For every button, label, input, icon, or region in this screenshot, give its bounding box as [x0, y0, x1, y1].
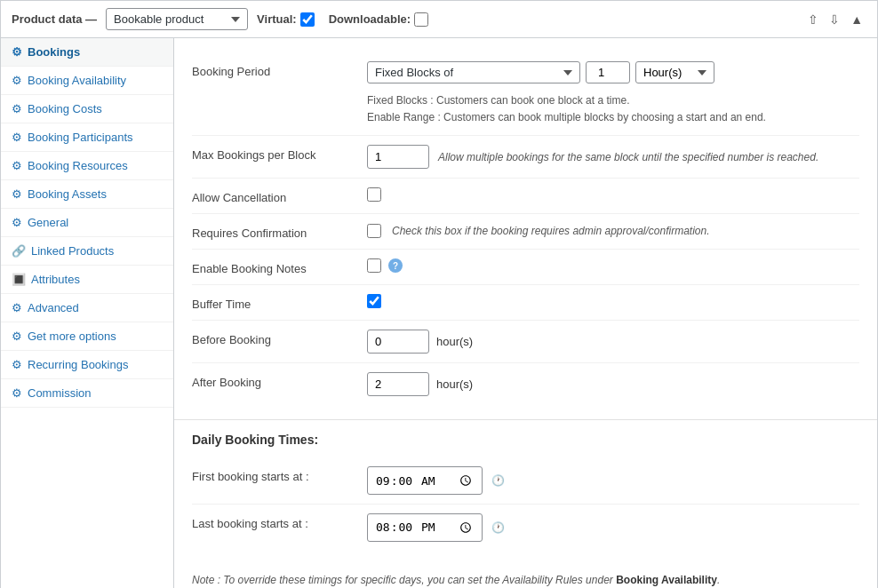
last-booking-content: 🕐 [367, 513, 859, 542]
buffer-time-label: Buffer Time [192, 294, 356, 311]
sidebar-item-bookings[interactable]: ⚙ Bookings [1, 38, 173, 67]
sidebar-item-label: Booking Resources [28, 159, 128, 172]
virtual-checkbox[interactable] [300, 12, 315, 27]
max-bookings-content: Allow multiple bookings for the same blo… [367, 145, 859, 169]
last-booking-label: Last booking starts at : [192, 513, 356, 530]
virtual-label[interactable]: Virtual: [257, 12, 315, 27]
after-booking-input[interactable] [367, 372, 429, 396]
after-booking-unit: hour(s) [436, 377, 473, 391]
advanced-icon: ⚙ [12, 301, 22, 314]
daily-booking-times-group: First booking starts at : 🕐 Last booking… [174, 454, 877, 564]
note-text: Note : To override these timings for spe… [174, 565, 877, 588]
booking-availability-icon: ⚙ [12, 74, 22, 87]
after-booking-label: After Booking [192, 372, 356, 389]
last-booking-clock-icon: 🕐 [491, 521, 505, 534]
first-booking-clock-icon: 🕐 [491, 474, 505, 487]
product-data-header: Product data — Bookable product Virtual:… [1, 1, 877, 38]
commission-icon: ⚙ [12, 386, 22, 400]
sidebar-item-label: Booking Assets [28, 187, 107, 201]
arrow-up-button[interactable]: ⇧ [804, 11, 822, 28]
last-booking-row: Last booking starts at : 🕐 [192, 505, 859, 551]
allow-cancellation-row: Allow Cancellation [192, 179, 859, 214]
enable-booking-notes-content: ? [367, 258, 859, 273]
before-booking-label: Before Booking [192, 330, 356, 346]
product-data-panel: Product data — Bookable product Virtual:… [0, 0, 878, 588]
sidebar-item-booking-participants[interactable]: ⚙ Booking Participants [1, 123, 173, 152]
max-bookings-input[interactable] [367, 145, 429, 169]
before-booking-unit: hour(s) [436, 335, 473, 348]
sidebar-item-recurring-bookings[interactable]: ⚙ Recurring Bookings [1, 351, 173, 379]
booking-resources-icon: ⚙ [12, 159, 22, 172]
sidebar-item-linked-products[interactable]: 🔗 Linked Products [1, 237, 173, 266]
sidebar-item-label: Recurring Bookings [28, 358, 128, 371]
general-icon: ⚙ [12, 216, 22, 229]
sidebar-item-general[interactable]: ⚙ General [1, 209, 173, 237]
sidebar-item-booking-availability[interactable]: ⚙ Booking Availability [1, 67, 173, 95]
product-data-body: ⚙ Bookings ⚙ Booking Availability ⚙ Book… [1, 38, 877, 588]
sidebar: ⚙ Bookings ⚙ Booking Availability ⚙ Book… [1, 38, 174, 588]
sidebar-item-booking-costs[interactable]: ⚙ Booking Costs [1, 95, 173, 123]
downloadable-label[interactable]: Downloadable: [329, 12, 428, 27]
sidebar-item-label: Booking Costs [28, 102, 102, 115]
allow-cancellation-content [367, 187, 859, 202]
linked-products-icon: 🔗 [12, 244, 26, 258]
daily-booking-times-heading: Daily Booking Times: [174, 419, 877, 454]
max-bookings-description: Allow multiple bookings for the same blo… [438, 149, 818, 165]
note-link[interactable]: Booking Availability [616, 574, 717, 586]
booking-period-description: Fixed Blocks : Customers can book one bl… [367, 92, 859, 126]
buffer-time-checkbox[interactable] [367, 294, 381, 308]
before-booking-row: Before Booking hour(s) [192, 321, 859, 363]
booking-period-label: Booking Period [192, 61, 356, 78]
sidebar-item-booking-assets[interactable]: ⚙ Booking Assets [1, 180, 173, 209]
enable-booking-notes-label: Enable Booking Notes [192, 258, 356, 275]
first-booking-input[interactable] [367, 466, 483, 495]
sidebar-item-advanced[interactable]: ⚙ Advanced [1, 294, 173, 322]
sidebar-item-booking-resources[interactable]: ⚙ Booking Resources [1, 152, 173, 180]
requires-confirmation-content: Check this box if the booking requires a… [367, 223, 859, 239]
header-arrows: ⇧ ⇩ ▲ [804, 11, 866, 28]
buffer-time-content [367, 294, 859, 308]
product-data-label: Product data — [12, 12, 97, 26]
attributes-icon: 🔳 [12, 273, 26, 286]
requires-confirmation-checkbox[interactable] [367, 224, 381, 238]
arrow-collapse-button[interactable]: ▲ [847, 11, 866, 28]
max-bookings-label: Max Bookings per Block [192, 145, 356, 162]
main-content: Booking Period Fixed Blocks of Customer … [174, 38, 877, 588]
booking-period-select[interactable]: Fixed Blocks of Customer defined blocks … [367, 61, 580, 83]
get-more-options-icon: ⚙ [12, 330, 22, 343]
requires-confirmation-label: Requires Confirmation [192, 223, 356, 240]
last-booking-input[interactable] [367, 513, 483, 542]
before-booking-content: hour(s) [367, 330, 859, 354]
sidebar-item-label: Booking Participants [28, 131, 133, 144]
sidebar-item-get-more-options[interactable]: ⚙ Get more options [1, 322, 173, 351]
sidebar-item-label: Bookings [28, 45, 80, 59]
sidebar-item-attributes[interactable]: 🔳 Attributes [1, 266, 173, 294]
booking-participants-icon: ⚙ [12, 131, 22, 144]
sidebar-item-label: Advanced [28, 301, 79, 314]
sidebar-item-label: Commission [28, 386, 92, 400]
enable-booking-notes-checkbox[interactable] [367, 258, 381, 273]
sidebar-item-label: General [28, 216, 68, 229]
before-booking-input[interactable] [367, 330, 429, 354]
after-booking-content: hour(s) [367, 372, 859, 396]
downloadable-checkbox[interactable] [414, 12, 428, 27]
allow-cancellation-checkbox[interactable] [367, 187, 381, 202]
buffer-time-row: Buffer Time [192, 285, 859, 321]
booking-costs-icon: ⚙ [12, 102, 22, 115]
help-icon[interactable]: ? [388, 258, 403, 273]
first-booking-row: First booking starts at : 🕐 [192, 457, 859, 505]
sidebar-item-commission[interactable]: ⚙ Commission [1, 379, 173, 408]
sidebar-item-label: Attributes [31, 273, 80, 286]
options-group: Booking Period Fixed Blocks of Customer … [174, 38, 877, 419]
booking-period-content: Fixed Blocks of Customer defined blocks … [367, 61, 859, 126]
sidebar-item-label: Linked Products [31, 244, 114, 258]
sidebar-item-label: Booking Availability [28, 74, 126, 87]
first-booking-content: 🕐 [367, 466, 859, 495]
arrow-down-button[interactable]: ⇩ [826, 11, 843, 28]
virtual-downloadable-group: Virtual: Downloadable: [257, 12, 428, 27]
bookings-icon: ⚙ [12, 45, 22, 59]
booking-period-number-input[interactable] [586, 61, 630, 83]
product-type-select[interactable]: Bookable product [106, 8, 248, 30]
first-booking-label: First booking starts at : [192, 466, 356, 483]
booking-period-unit-select[interactable]: Minute(s) Hour(s) Day(s) Week(s) Month(s… [635, 61, 714, 83]
